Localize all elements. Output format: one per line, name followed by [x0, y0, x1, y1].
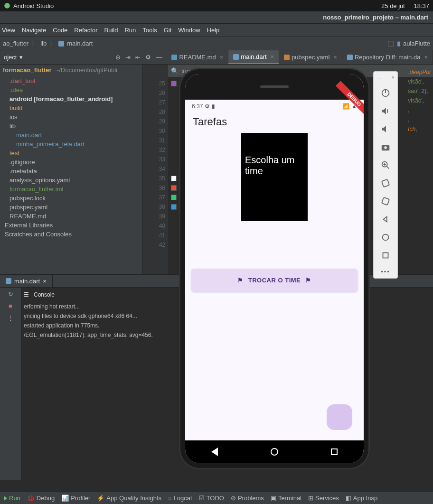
project-tool-label[interactable]: oject	[4, 54, 17, 61]
menu-refactor[interactable]: Refactor	[74, 27, 97, 34]
hide-icon[interactable]: —	[156, 54, 162, 61]
more-icon[interactable]: •••	[381, 268, 390, 275]
back-icon[interactable]	[380, 214, 391, 224]
volume-down-icon[interactable]	[380, 124, 391, 134]
tool-quality[interactable]: ⚡ App Quality Insights	[97, 495, 161, 502]
tab-label: README.md	[179, 54, 216, 61]
volume-up-icon[interactable]	[380, 106, 391, 116]
os-date: 25 de jul	[381, 2, 405, 9]
run-tab-main[interactable]: main.dart ×	[0, 275, 53, 287]
crumb-1[interactable]: ao_flutter	[3, 40, 28, 47]
expand-icon[interactable]: ⇥	[125, 54, 131, 61]
tree-item[interactable]: ios	[3, 112, 142, 121]
menu-view[interactable]: View	[2, 27, 15, 34]
home-icon[interactable]	[380, 232, 391, 243]
rotate-right-icon[interactable]	[380, 196, 391, 206]
tree-item[interactable]: formacao_flutter.iml	[3, 185, 142, 194]
locate-icon[interactable]: ⊕	[115, 54, 121, 61]
menu-git[interactable]: Git	[164, 27, 172, 34]
console-label: Console	[34, 291, 55, 298]
menu-run[interactable]: Run	[124, 27, 136, 34]
tool-logcat[interactable]: ≡ Logcat	[168, 495, 192, 502]
tree-item[interactable]: build	[3, 103, 142, 112]
filter-icon[interactable]: ☰	[24, 291, 29, 298]
flag-icon: ⚑	[305, 277, 311, 284]
menu-tools[interactable]: Tools	[142, 27, 157, 34]
overview-icon[interactable]	[380, 250, 391, 261]
rotate-left-icon[interactable]	[380, 178, 391, 188]
collapse-icon[interactable]: ⇤	[135, 54, 141, 61]
menu-navigate[interactable]: Navigate	[22, 27, 46, 34]
nav-back-icon[interactable]	[211, 448, 218, 456]
menu-help[interactable]: Help	[207, 27, 220, 34]
close-icon[interactable]: ×	[271, 53, 274, 60]
gear-icon: ⚙	[205, 103, 210, 110]
power-icon[interactable]	[380, 88, 391, 98]
tree-item[interactable]: analysis_options.yaml	[3, 176, 142, 185]
svg-line-6	[387, 167, 389, 169]
tool-debug[interactable]: 🐞 Debug	[27, 495, 55, 502]
tool-run[interactable]: Run	[4, 495, 20, 502]
tree-item[interactable]: test	[3, 149, 142, 158]
tree-item[interactable]: main.dart	[3, 131, 142, 140]
tree-item[interactable]: README.md	[3, 212, 142, 221]
tool-terminal[interactable]: ▣ Terminal	[271, 495, 301, 502]
minimize-icon[interactable]: —	[377, 75, 382, 80]
nav-home-icon[interactable]	[271, 448, 278, 456]
os-top-bar: Android Studio 25 de jul 18:37	[0, 0, 433, 11]
tree-item[interactable]: .gitignore	[3, 158, 142, 167]
svg-rect-10	[382, 197, 389, 205]
close-icon[interactable]: ×	[220, 54, 224, 61]
tool-problems[interactable]: ⊘ Problems	[231, 495, 264, 502]
tree-item[interactable]: minha_primeira_tela.dart	[3, 140, 142, 149]
tree-item[interactable]: android [formacao_flutter_android]	[3, 94, 142, 103]
close-icon[interactable]: ×	[333, 54, 337, 61]
trocar-time-button[interactable]: ⚑ TROCAR O TIME ⚑	[191, 269, 358, 291]
nav-recents-icon[interactable]	[331, 448, 338, 455]
tree-item[interactable]: Scratches and Consoles	[3, 230, 142, 239]
close-icon[interactable]: ×	[43, 278, 47, 285]
tree-item[interactable]: pubspec.yaml	[3, 203, 142, 212]
device-status-bar: 6:37 ⚙ ▮ 📶▲	[185, 100, 364, 113]
build-icon[interactable]	[387, 40, 394, 47]
editor-tab[interactable]: pubspec.yaml×	[279, 50, 342, 64]
project-root[interactable]: formacao_flutter	[3, 66, 52, 74]
tree-item[interactable]: .metadata	[3, 167, 142, 176]
color-swatch	[171, 204, 177, 210]
tree-item[interactable]: lib	[3, 121, 142, 131]
dropdown-icon[interactable]: ▾	[19, 54, 23, 61]
tree-item[interactable]: .idea	[3, 85, 142, 94]
stop-icon[interactable]: ■	[9, 302, 12, 309]
menu-code[interactable]: Code	[53, 27, 67, 34]
close-icon[interactable]: ×	[424, 54, 428, 61]
crumb-2[interactable]: lib	[40, 40, 47, 47]
run-config[interactable]: aulaFlutte	[403, 40, 430, 47]
more-icon[interactable]: ⋮	[8, 314, 14, 321]
tool-todo[interactable]: ☑ TODO	[199, 495, 224, 502]
tool-profiler[interactable]: 📊 Profiler	[61, 495, 90, 502]
dart-file-icon	[6, 278, 11, 284]
dart-file-icon	[58, 41, 64, 47]
team-card: Escolha um time	[241, 133, 308, 221]
crumb-3[interactable]: main.dart	[67, 40, 93, 47]
menu-build[interactable]: Build	[104, 27, 118, 34]
gear-icon[interactable]: ⚙	[145, 54, 151, 61]
rerun-icon[interactable]: ↻	[8, 290, 13, 298]
editor-tab[interactable]: Repository Diff: main.da×	[342, 50, 433, 64]
floating-action-button[interactable]	[327, 404, 352, 430]
file-icon	[284, 55, 290, 60]
tree-item[interactable]: External Libraries	[3, 221, 142, 230]
color-swatch	[171, 195, 177, 200]
play-icon	[4, 496, 7, 501]
tool-services[interactable]: ⊞ Services	[308, 495, 339, 502]
menu-window[interactable]: Window	[178, 27, 200, 34]
zoom-icon[interactable]	[380, 160, 391, 170]
camera-icon[interactable]	[380, 142, 391, 152]
tree-item[interactable]: .dart_tool	[3, 76, 142, 85]
editor-tab[interactable]: main.dart×	[228, 50, 279, 64]
editor-tab[interactable]: README.md×	[167, 50, 228, 64]
close-icon[interactable]: ×	[392, 75, 395, 80]
tool-app-insp[interactable]: ◧ App Insp	[346, 495, 377, 502]
tree-item[interactable]: pubspec.lock	[3, 194, 142, 203]
android-emulator: DEBUG 6:37 ⚙ ▮ 📶▲ Tarefas Escolha um tim…	[180, 69, 368, 468]
